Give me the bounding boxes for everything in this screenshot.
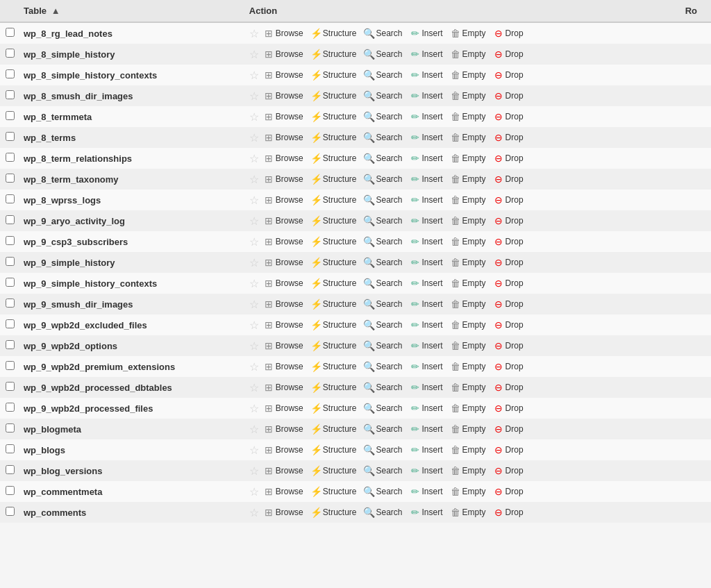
search-button[interactable]: 🔍 Search <box>360 255 405 269</box>
drop-button[interactable]: ⊖ Drop <box>490 276 526 290</box>
favorite-star-icon[interactable]: ☆ <box>249 506 259 519</box>
row-checkbox[interactable] <box>6 340 15 349</box>
search-button[interactable]: 🔍 Search <box>360 276 405 290</box>
drop-button[interactable]: ⊖ Drop <box>490 443 526 457</box>
row-checkbox[interactable] <box>6 382 15 391</box>
empty-button[interactable]: 🗑 Empty <box>447 89 489 103</box>
empty-button[interactable]: 🗑 Empty <box>447 110 489 124</box>
insert-button[interactable]: ✏ Insert <box>407 89 446 103</box>
search-button[interactable]: 🔍 Search <box>360 172 405 186</box>
row-checkbox[interactable] <box>6 236 15 245</box>
row-checkbox[interactable] <box>6 215 15 224</box>
browse-button[interactable]: ⊞ Browse <box>260 193 306 207</box>
favorite-star-icon[interactable]: ☆ <box>249 131 259 144</box>
browse-button[interactable]: ⊞ Browse <box>260 235 306 249</box>
favorite-star-icon[interactable]: ☆ <box>249 48 259 61</box>
drop-button[interactable]: ⊖ Drop <box>490 255 526 269</box>
drop-button[interactable]: ⊖ Drop <box>490 464 526 478</box>
empty-button[interactable]: 🗑 Empty <box>447 339 489 353</box>
structure-button[interactable]: ⚡ Structure <box>308 380 360 394</box>
empty-button[interactable]: 🗑 Empty <box>447 464 489 478</box>
search-button[interactable]: 🔍 Search <box>360 26 405 40</box>
empty-button[interactable]: 🗑 Empty <box>447 318 489 332</box>
favorite-star-icon[interactable]: ☆ <box>249 215 259 228</box>
structure-button[interactable]: ⚡ Structure <box>308 422 360 436</box>
browse-button[interactable]: ⊞ Browse <box>260 47 306 61</box>
structure-button[interactable]: ⚡ Structure <box>308 276 360 290</box>
row-checkbox[interactable] <box>6 111 15 120</box>
favorite-star-icon[interactable]: ☆ <box>249 485 259 498</box>
drop-button[interactable]: ⊖ Drop <box>490 380 526 394</box>
row-checkbox[interactable] <box>6 465 15 474</box>
browse-button[interactable]: ⊞ Browse <box>260 110 306 124</box>
empty-button[interactable]: 🗑 Empty <box>447 68 489 82</box>
insert-button[interactable]: ✏ Insert <box>407 172 446 186</box>
search-button[interactable]: 🔍 Search <box>360 193 405 207</box>
favorite-star-icon[interactable]: ☆ <box>249 235 259 249</box>
browse-button[interactable]: ⊞ Browse <box>260 26 306 40</box>
favorite-star-icon[interactable]: ☆ <box>249 381 259 394</box>
insert-button[interactable]: ✏ Insert <box>407 443 446 457</box>
empty-button[interactable]: 🗑 Empty <box>447 151 489 165</box>
search-button[interactable]: 🔍 Search <box>360 297 405 311</box>
browse-button[interactable]: ⊞ Browse <box>260 339 306 353</box>
empty-button[interactable]: 🗑 Empty <box>447 443 489 457</box>
drop-button[interactable]: ⊖ Drop <box>490 485 526 498</box>
drop-button[interactable]: ⊖ Drop <box>490 193 526 207</box>
insert-button[interactable]: ✏ Insert <box>407 214 446 228</box>
search-button[interactable]: 🔍 Search <box>360 235 405 249</box>
browse-button[interactable]: ⊞ Browse <box>260 297 306 311</box>
browse-button[interactable]: ⊞ Browse <box>260 131 306 144</box>
structure-button[interactable]: ⚡ Structure <box>308 26 360 40</box>
empty-button[interactable]: 🗑 Empty <box>447 172 489 186</box>
insert-button[interactable]: ✏ Insert <box>407 68 446 82</box>
row-checkbox[interactable] <box>6 361 15 370</box>
structure-button[interactable]: ⚡ Structure <box>308 339 360 353</box>
insert-button[interactable]: ✏ Insert <box>407 380 446 394</box>
row-checkbox[interactable] <box>6 299 15 308</box>
insert-button[interactable]: ✏ Insert <box>407 235 446 249</box>
insert-button[interactable]: ✏ Insert <box>407 360 446 373</box>
favorite-star-icon[interactable]: ☆ <box>249 319 259 332</box>
browse-button[interactable]: ⊞ Browse <box>260 464 306 478</box>
drop-button[interactable]: ⊖ Drop <box>490 505 526 519</box>
favorite-star-icon[interactable]: ☆ <box>249 339 259 353</box>
structure-button[interactable]: ⚡ Structure <box>308 89 360 103</box>
drop-button[interactable]: ⊖ Drop <box>490 214 526 228</box>
empty-button[interactable]: 🗑 Empty <box>447 193 489 207</box>
favorite-star-icon[interactable]: ☆ <box>249 152 259 165</box>
row-checkbox[interactable] <box>6 423 15 432</box>
search-button[interactable]: 🔍 Search <box>360 110 405 124</box>
favorite-star-icon[interactable]: ☆ <box>249 402 259 415</box>
drop-button[interactable]: ⊖ Drop <box>490 110 526 124</box>
search-button[interactable]: 🔍 Search <box>360 485 405 498</box>
empty-button[interactable]: 🗑 Empty <box>447 255 489 269</box>
structure-button[interactable]: ⚡ Structure <box>308 255 360 269</box>
drop-button[interactable]: ⊖ Drop <box>490 422 526 436</box>
browse-button[interactable]: ⊞ Browse <box>260 505 306 519</box>
drop-button[interactable]: ⊖ Drop <box>490 26 526 40</box>
search-button[interactable]: 🔍 Search <box>360 380 405 394</box>
favorite-star-icon[interactable]: ☆ <box>249 423 259 436</box>
empty-button[interactable]: 🗑 Empty <box>447 26 489 40</box>
insert-button[interactable]: ✏ Insert <box>407 276 446 290</box>
insert-button[interactable]: ✏ Insert <box>407 297 446 311</box>
insert-button[interactable]: ✏ Insert <box>407 151 446 165</box>
structure-button[interactable]: ⚡ Structure <box>308 401 360 415</box>
search-button[interactable]: 🔍 Search <box>360 318 405 332</box>
search-button[interactable]: 🔍 Search <box>360 505 405 519</box>
browse-button[interactable]: ⊞ Browse <box>260 485 306 498</box>
browse-button[interactable]: ⊞ Browse <box>260 151 306 165</box>
search-button[interactable]: 🔍 Search <box>360 339 405 353</box>
empty-button[interactable]: 🗑 Empty <box>447 235 489 249</box>
structure-button[interactable]: ⚡ Structure <box>308 214 360 228</box>
structure-button[interactable]: ⚡ Structure <box>308 464 360 478</box>
favorite-star-icon[interactable]: ☆ <box>249 464 259 478</box>
drop-button[interactable]: ⊖ Drop <box>490 297 526 311</box>
structure-button[interactable]: ⚡ Structure <box>308 68 360 82</box>
favorite-star-icon[interactable]: ☆ <box>249 173 259 186</box>
empty-button[interactable]: 🗑 Empty <box>447 380 489 394</box>
insert-button[interactable]: ✏ Insert <box>407 401 446 415</box>
empty-button[interactable]: 🗑 Empty <box>447 214 489 228</box>
search-button[interactable]: 🔍 Search <box>360 47 405 61</box>
